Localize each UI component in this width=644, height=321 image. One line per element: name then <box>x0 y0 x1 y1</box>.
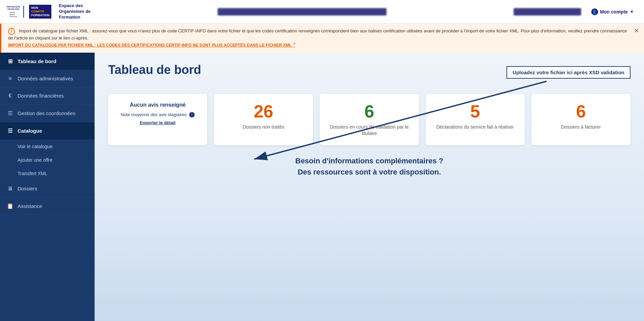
chevron-down-icon: ▼ <box>630 9 634 14</box>
bottom-title-line1: Besoin d'informations complémentaires ? <box>108 155 630 166</box>
dossiers-icon: 🖥 <box>7 186 14 192</box>
header-right: 👤 Mon compte ▼ <box>514 6 637 17</box>
sidebar: ⊞ Tableau de bord ≡ Données administrati… <box>0 53 95 321</box>
sidebar-item-transfert-xml[interactable]: Transfert XML <box>0 167 95 180</box>
card-declarations-label: Déclarations du service fait à réaliser <box>436 124 514 131</box>
sidebar-label-donnees-administratives: Données administratives <box>18 76 73 81</box>
card-avis-subtitle: Note moyenne des avis stagiaires i <box>121 112 195 118</box>
logo-area: RÉPUBLIQUEFRANÇAISE LibertéÉgalitéFrater… <box>7 3 91 20</box>
user-icon: 👤 <box>591 8 598 15</box>
header: RÉPUBLIQUEFRANÇAISE LibertéÉgalitéFrater… <box>0 0 644 24</box>
header-center <box>97 8 507 16</box>
sidebar-label-tableau-de-bord: Tableau de bord <box>18 58 56 64</box>
card-avis-title: Aucun avis renseigné <box>130 102 185 108</box>
mon-compte-label: Mon compte <box>600 9 628 15</box>
sidebar-label-ajouter-offre: Ajouter une offre <box>18 157 52 163</box>
header-blurred-center <box>218 8 387 16</box>
alert-icon: ! <box>8 28 15 35</box>
card-dossiers-non-traites[interactable]: 26 Dossiers non traités <box>214 94 313 145</box>
card-avis[interactable]: Aucun avis renseigné Note moyenne des av… <box>108 94 207 145</box>
header-blurred-right <box>514 8 581 16</box>
euro-icon: € <box>7 93 14 99</box>
sidebar-item-catalogue[interactable]: ☰ Catalogue <box>0 122 95 140</box>
card-dossiers-cours-validation[interactable]: 6 Dossiers en cours de validation par le… <box>320 94 419 145</box>
external-link-icon: ↗ <box>293 42 295 46</box>
alert-link-text: IMPORT DU CATALOGUE PAR FICHIER XML : LE… <box>8 43 292 48</box>
sidebar-item-gestion-coordonnees[interactable]: ☰ Gestion des coordonnées <box>0 105 95 122</box>
sidebar-item-donnees-financieres[interactable]: € Données financières <box>0 87 95 105</box>
sidebar-label-transfert-xml: Transfert XML <box>18 171 47 176</box>
dashboard-icon: ⊞ <box>7 58 14 64</box>
sidebar-label-donnees-financieres: Données financières <box>18 93 64 99</box>
sidebar-item-assistance[interactable]: 📋 Assistance <box>0 197 95 215</box>
sidebar-item-tableau-de-bord[interactable]: ⊞ Tableau de bord <box>0 53 95 70</box>
card-declarations-number: 5 <box>470 102 480 121</box>
catalogue-icon: ☰ <box>7 128 14 134</box>
sidebar-item-donnees-administratives[interactable]: ≡ Données administratives <box>0 70 95 87</box>
main-content: Tableau de bord Uploadez votre fichier i… <box>95 53 644 321</box>
alert-link[interactable]: IMPORT DU CATALOGUE PAR FICHIER XML : LE… <box>8 43 295 48</box>
card-dossiers-cours-validation-label: Dossiers en cours de validation par le t… <box>326 124 412 137</box>
card-dossiers-non-traites-number: 26 <box>254 102 273 121</box>
alert-message: Import de catalogue par fichier XML : as… <box>8 28 627 41</box>
layout: ⊞ Tableau de bord ≡ Données administrati… <box>0 53 644 321</box>
card-dossiers-facturer-number: 6 <box>576 102 586 121</box>
espace-organismes-text: Espace des Organismes de Formation <box>59 3 91 20</box>
sidebar-label-assistance: Assistance <box>18 203 42 209</box>
card-dossiers-non-traites-label: Dossiers non traités <box>243 124 284 131</box>
assistance-icon: 📋 <box>7 203 14 209</box>
sidebar-label-catalogue: Catalogue <box>18 128 42 134</box>
card-declarations[interactable]: 5 Déclarations du service fait à réalise… <box>426 94 525 145</box>
republique-logo: RÉPUBLIQUEFRANÇAISE LibertéÉgalitéFrater… <box>7 6 24 18</box>
sidebar-label-voir-catalogue: Voir le catalogue <box>18 144 53 149</box>
card-dossiers-facturer-label: Dossiers à facturer <box>561 124 601 131</box>
list-icon: ≡ <box>7 76 14 82</box>
cards-row: Aucun avis renseigné Note moyenne des av… <box>108 94 630 145</box>
card-avis-link[interactable]: Exporter le détail <box>140 120 175 125</box>
sidebar-item-ajouter-offre[interactable]: Ajouter une offre <box>0 153 95 167</box>
card-dossiers-facturer[interactable]: 6 Dossiers à facturer <box>531 94 630 145</box>
sidebar-label-gestion-coordonnees: Gestion des coordonnées <box>18 110 75 116</box>
sidebar-item-dossiers[interactable]: 🖥 Dossiers <box>0 180 95 197</box>
page-title: Tableau de bord <box>108 63 201 77</box>
bottom-info: Besoin d'informations complémentaires ? … <box>108 155 630 178</box>
info-icon: i <box>189 112 195 117</box>
upload-box[interactable]: Uploadez votre fichier ici après XSD val… <box>506 66 630 79</box>
mon-compte-button[interactable]: 👤 Mon compte ▼ <box>588 6 637 17</box>
alert-banner: ! Import de catalogue par fichier XML : … <box>0 24 644 53</box>
card-dossiers-cours-validation-number: 6 <box>365 102 374 121</box>
bottom-title-line2: Des ressources sont à votre disposition. <box>108 166 630 178</box>
mon-compte-formation-badge: MON COMPTE FORMATION <box>29 5 51 18</box>
alert-close-button[interactable]: ✕ <box>634 27 639 34</box>
sidebar-item-voir-catalogue[interactable]: Voir le catalogue <box>0 140 95 153</box>
sidebar-label-dossiers: Dossiers <box>18 186 37 191</box>
contacts-icon: ☰ <box>7 110 14 116</box>
